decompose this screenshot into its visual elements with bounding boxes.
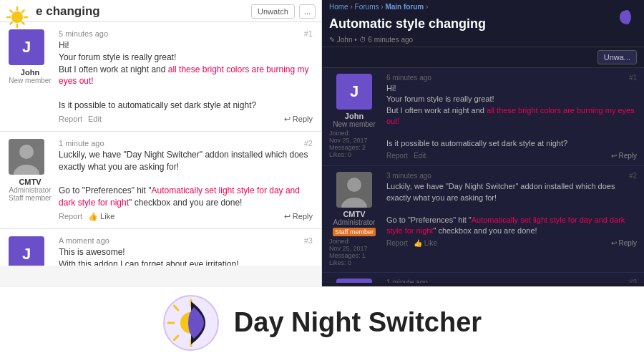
post-actions: Report 👍 Like ↩ Reply — [59, 212, 313, 221]
like-link[interactable]: 👍 Like — [88, 212, 114, 221]
avatar: J — [336, 74, 372, 110]
post-text: Hi! Your forum style is really great! Bu… — [59, 39, 313, 112]
username-label: John — [21, 68, 39, 77]
report-link[interactable]: Report — [59, 115, 82, 123]
like-link[interactable]: 👍 Like — [414, 239, 437, 247]
table-row: J John New member 5 minutes ago #1 Hi! Y… — [0, 22, 321, 132]
unwatch-button[interactable]: Unwatch — [251, 4, 295, 19]
left-panel: e changing Unwatch ... J John New member… — [0, 0, 322, 286]
table-row: CMTV Administrator Staff member 1 minute… — [0, 132, 321, 229]
svg-point-14 — [347, 178, 361, 192]
svg-line-8 — [10, 22, 12, 24]
breadcrumb: Home › Forums › Main forum › — [322, 0, 644, 14]
post-number: #3 — [304, 236, 313, 245]
report-link[interactable]: Report — [59, 212, 82, 221]
user-role: Administrator — [333, 218, 376, 226]
table-row: CMTV Administrator Staff member Joined:N… — [322, 166, 644, 273]
more-button[interactable]: ... — [299, 4, 316, 19]
post-actions: Report Edit ↩ Reply — [386, 152, 637, 160]
post-number: #3 — [629, 279, 637, 283]
avatar: J — [336, 279, 372, 283]
post-text: This is awesome! With this addon I can f… — [59, 246, 313, 266]
report-link[interactable]: Report — [386, 239, 408, 247]
avatar: J — [9, 29, 44, 65]
right-unwatch-button[interactable]: Unwa... — [597, 50, 637, 64]
post-text: Luckily, we have "Day Night Switcher" ad… — [59, 149, 313, 209]
avatar — [9, 139, 44, 175]
right-panel: Home › Forums › Main forum › Automatic s… — [322, 0, 644, 286]
post-number: #1 — [304, 29, 313, 38]
post-meta: A moment ago #3 — [59, 236, 313, 245]
svg-point-0 — [11, 11, 23, 23]
post-text: Luckily, we have "Day Night Switcher" ad… — [386, 181, 637, 236]
table-row: J John New member 1 minute ago #3 This i… — [322, 273, 644, 283]
reply-link[interactable]: ↩ Reply — [611, 239, 637, 247]
table-row: J John New member Joined:Nov 25, 2017 Me… — [322, 68, 644, 166]
right-actions-bar: Unwa... — [322, 47, 644, 68]
user-info: Joined:Nov 25, 2017 Messages: 1 Likes: 0 — [329, 238, 379, 266]
user-subrole: Staff member — [9, 194, 52, 202]
svg-line-7 — [22, 10, 24, 12]
user-info: Joined:Nov 25, 2017 Messages: 2 Likes: 0 — [329, 130, 379, 158]
svg-point-10 — [19, 145, 34, 159]
post-meta: 5 minutes ago #1 — [59, 29, 313, 38]
user-role: New member — [9, 77, 51, 84]
report-link[interactable]: Report — [386, 152, 408, 160]
edit-link[interactable]: Edit — [88, 115, 102, 123]
avatar — [336, 172, 372, 208]
reply-link[interactable]: ↩ Reply — [284, 212, 313, 221]
username-label: CMTV — [343, 210, 365, 218]
right-post-meta: ✎ John • ⏱ 6 minutes ago — [322, 34, 644, 47]
bottom-banner: Day Night Switcher — [0, 286, 644, 358]
post-meta: 1 minute ago #2 — [59, 139, 313, 147]
post-actions: Report Edit ↩ Reply — [59, 115, 313, 124]
reply-link[interactable]: ↩ Reply — [611, 152, 637, 160]
post-meta: 3 minutes ago #2 — [386, 172, 637, 180]
banner-title: Day Night Switcher — [234, 307, 482, 338]
post-text: Hi! Your forum style is really great! Bu… — [386, 83, 637, 149]
table-row: J John New member A moment ago #3 This i… — [0, 229, 321, 266]
staff-badge: Staff member — [333, 228, 376, 236]
post-meta: 1 minute ago #3 — [386, 279, 637, 283]
post-number: #2 — [304, 139, 313, 147]
moon-icon — [613, 4, 638, 33]
post-number: #1 — [629, 74, 637, 82]
breadcrumb-main-forum[interactable]: Main forum — [385, 3, 424, 11]
user-role: Administrator — [9, 186, 52, 194]
left-page-title: e changing — [36, 4, 100, 19]
svg-line-5 — [10, 10, 12, 12]
avatar: J — [9, 236, 44, 266]
left-posts-list: J John New member 5 minutes ago #1 Hi! Y… — [0, 22, 321, 266]
right-posts-list: J John New member Joined:Nov 25, 2017 Me… — [322, 68, 644, 283]
sun-icon — [6, 6, 29, 32]
breadcrumb-home[interactable]: Home — [329, 3, 348, 11]
username-label: John — [345, 112, 364, 120]
svg-line-6 — [22, 22, 24, 24]
post-meta: 6 minutes ago #1 — [386, 74, 637, 82]
reply-link[interactable]: ↩ Reply — [284, 115, 313, 124]
post-number: #2 — [629, 172, 637, 180]
post-actions: Report 👍 Like ↩ Reply — [386, 239, 637, 247]
right-page-title: Automatic style changing — [329, 16, 486, 32]
edit-link[interactable]: Edit — [414, 152, 426, 160]
breadcrumb-forums[interactable]: Forums — [355, 3, 379, 11]
username-label: CMTV — [19, 178, 41, 186]
user-role: New member — [333, 120, 375, 128]
